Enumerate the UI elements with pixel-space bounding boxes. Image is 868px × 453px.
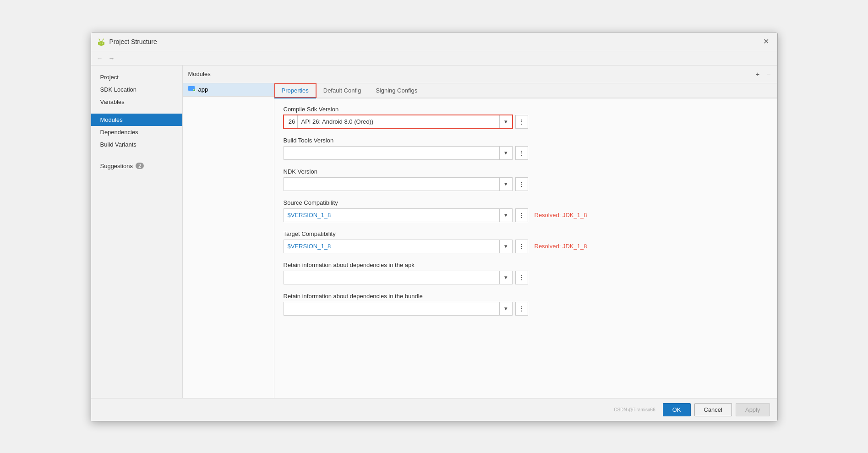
retain-bundle-group: Retain information about dependencies in… (284, 293, 768, 316)
ndk-version-edit[interactable]: ⋮ (515, 177, 528, 191)
module-name: app (198, 86, 208, 93)
compile-sdk-label: Compile Sdk Version (284, 106, 768, 113)
ndk-version-dropdown[interactable]: ▾ (499, 178, 512, 191)
sidebar-item-modules[interactable]: Modules (91, 114, 182, 126)
svg-point-2 (99, 43, 100, 44)
svg-line-5 (103, 39, 104, 40)
compile-sdk-input[interactable]: 26 API 26: Android 8.0 (Oreo)) ▾ (284, 115, 513, 129)
sidebar-item-suggestions[interactable]: Suggestions 2 (91, 160, 182, 172)
build-tools-group: Build Tools Version ▾ ⋮ (284, 137, 768, 160)
compile-sdk-dropdown[interactable]: ▾ (499, 115, 512, 128)
nav-bar: ← → (91, 51, 777, 65)
retain-bundle-label: Retain information about dependencies in… (284, 293, 768, 300)
ndk-version-group: NDK Version ▾ ⋮ (284, 168, 768, 191)
compile-sdk-row: 26 API 26: Android 8.0 (Oreo)) ▾ ⋮ (284, 115, 768, 129)
cancel-button[interactable]: Cancel (694, 403, 732, 416)
modules-header: Modules + − (183, 65, 777, 83)
target-compat-value: $VERSION_1_8 (284, 240, 499, 253)
source-compat-label: Source Compatibility (284, 199, 768, 206)
add-module-button[interactable]: + (753, 69, 763, 79)
source-compat-input[interactable]: $VERSION_1_8 ▾ (284, 208, 513, 222)
build-tools-row: ▾ ⋮ (284, 146, 768, 160)
sidebar-item-dependencies[interactable]: Dependencies (91, 126, 182, 138)
ndk-version-row: ▾ ⋮ (284, 177, 768, 191)
sidebar-item-sdk-location[interactable]: SDK Location (91, 83, 182, 96)
compile-sdk-group: Compile Sdk Version 26 API 26: Android 8… (284, 106, 768, 129)
split-layout: app Properties Default Config Signing Co… (183, 83, 777, 398)
source-compat-edit[interactable]: ⋮ (515, 208, 528, 222)
title-bar: Project Structure ✕ (91, 33, 777, 51)
module-folder-icon (188, 86, 196, 93)
source-compat-group: Source Compatibility $VERSION_1_8 ▾ ⋮ Re… (284, 199, 768, 222)
ndk-version-label: NDK Version (284, 168, 768, 175)
retain-apk-input[interactable]: ▾ (284, 271, 513, 284)
android-icon (97, 37, 106, 46)
forward-button[interactable]: → (107, 53, 117, 63)
target-compat-dropdown[interactable]: ▾ (499, 240, 512, 253)
retain-bundle-input[interactable]: ▾ (284, 302, 513, 316)
properties-panel: Properties Default Config Signing Config… (274, 83, 777, 398)
retain-apk-row: ▾ ⋮ (284, 271, 768, 284)
modules-title: Modules (188, 71, 211, 77)
sidebar-item-variables[interactable]: Variables (91, 96, 182, 108)
target-compat-resolved: Resolved: JDK_1_8 (535, 243, 587, 250)
project-structure-dialog: Project Structure ✕ ← → Project SDK Loca… (91, 32, 778, 421)
retain-apk-edit[interactable]: ⋮ (515, 271, 528, 284)
compile-sdk-value: API 26: Android 8.0 (Oreo)) (298, 115, 499, 129)
close-button[interactable]: ✕ (761, 36, 772, 47)
target-compat-edit[interactable]: ⋮ (515, 240, 528, 253)
apply-button[interactable]: Apply (736, 403, 770, 416)
build-tools-edit[interactable]: ⋮ (515, 146, 528, 160)
suggestions-badge: 2 (136, 163, 144, 169)
tab-default-config[interactable]: Default Config (316, 83, 368, 98)
sidebar-item-build-variants[interactable]: Build Variants (91, 138, 182, 151)
watermark: CSDN @Tiramisu66 (610, 406, 659, 413)
minus-divider: − (766, 70, 770, 78)
source-compat-resolved: Resolved: JDK_1_8 (535, 212, 587, 218)
modules-list: app (183, 83, 274, 398)
module-item-app[interactable]: app (183, 83, 274, 97)
svg-line-4 (99, 39, 100, 40)
retain-bundle-row: ▾ ⋮ (284, 302, 768, 316)
title-bar-left: Project Structure (97, 37, 157, 46)
bottom-bar: CSDN @Tiramisu66 OK Cancel Apply (91, 398, 777, 421)
tab-properties[interactable]: Properties (274, 83, 316, 98)
compile-sdk-edit[interactable]: ⋮ (515, 115, 528, 129)
suggestions-label: Suggestions (100, 163, 133, 169)
content-area: Project SDK Location Variables Modules D… (91, 65, 777, 398)
target-compat-label: Target Compatibility (284, 230, 768, 237)
build-tools-label: Build Tools Version (284, 137, 768, 144)
target-compat-input[interactable]: $VERSION_1_8 ▾ (284, 240, 513, 253)
retain-apk-group: Retain information about dependencies in… (284, 262, 768, 284)
target-compat-group: Target Compatibility $VERSION_1_8 ▾ ⋮ Re… (284, 230, 768, 253)
sidebar: Project SDK Location Variables Modules D… (91, 65, 183, 398)
retain-apk-label: Retain information about dependencies in… (284, 262, 768, 268)
svg-rect-1 (98, 42, 104, 45)
main-panel: Modules + − app (183, 65, 777, 398)
source-compat-row: $VERSION_1_8 ▾ ⋮ Resolved: JDK_1_8 (284, 208, 768, 222)
tabs-bar: Properties Default Config Signing Config… (274, 83, 777, 98)
retain-apk-dropdown[interactable]: ▾ (499, 271, 512, 284)
source-compat-dropdown[interactable]: ▾ (499, 209, 512, 222)
retain-bundle-edit[interactable]: ⋮ (515, 302, 528, 316)
back-button[interactable]: ← (95, 53, 105, 63)
compile-sdk-prefix: 26 (284, 115, 298, 129)
dialog-title: Project Structure (109, 38, 157, 45)
target-compat-row: $VERSION_1_8 ▾ ⋮ Resolved: JDK_1_8 (284, 240, 768, 253)
build-tools-dropdown[interactable]: ▾ (499, 147, 512, 159)
source-compat-value: $VERSION_1_8 (284, 208, 499, 222)
props-content: Compile Sdk Version 26 API 26: Android 8… (274, 98, 777, 398)
ndk-version-input[interactable]: ▾ (284, 177, 513, 191)
svg-point-3 (102, 43, 103, 44)
build-tools-input[interactable]: ▾ (284, 146, 513, 160)
ok-button[interactable]: OK (663, 403, 691, 416)
sidebar-item-project[interactable]: Project (91, 71, 182, 83)
retain-bundle-dropdown[interactable]: ▾ (499, 302, 512, 315)
tab-signing-configs[interactable]: Signing Configs (368, 83, 425, 98)
